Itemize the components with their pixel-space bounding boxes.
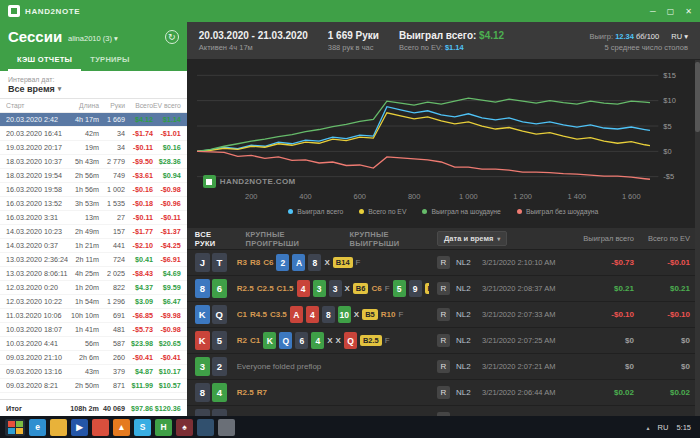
session-hands: 34 xyxy=(99,143,125,152)
session-row[interactable]: 13.03.2020 8:06:114h 25m2 025-$8.43$4.69 xyxy=(0,267,187,281)
session-row[interactable]: 12.03.2020 10:221h 54m1 296$3.09$6.47 xyxy=(0,295,187,309)
legend-label: Выиграл всего xyxy=(297,208,343,215)
column-header[interactable]: EV всего xyxy=(153,102,181,109)
legend-item: Выиграл без шоудауна xyxy=(517,208,599,215)
account-selector[interactable]: alina2010 (3) ▾ xyxy=(68,34,118,43)
settings-icon[interactable] xyxy=(218,419,235,436)
session-row[interactable]: 20.03.2020 2:424h 17m1 669$4.12$1.14 xyxy=(0,113,187,127)
session-row[interactable]: 16.03.2020 13:523h 53m1 535-$0.18-$0.96 xyxy=(0,197,187,211)
hand-row[interactable]: K5R2C1KQ64XXQB2.5FRNL23/21/2020 2:07:25 … xyxy=(187,328,700,354)
session-row[interactable]: 16.03.2020 19:581h 56m1 002-$0.16-$0.98 xyxy=(0,183,187,197)
replay-button[interactable]: R xyxy=(437,308,450,321)
session-length: 4h 25m xyxy=(68,269,99,278)
maximize-button[interactable]: ▢ xyxy=(667,7,675,16)
minimize-button[interactable]: ─ xyxy=(650,7,656,16)
column-header-ev-total[interactable]: Всего по EV xyxy=(634,234,690,243)
session-ev: $9.59 xyxy=(153,283,181,292)
replay-button[interactable]: R xyxy=(437,334,450,347)
session-row[interactable]: 13.03.2020 2:36:242h 11m724$0.41-$6.91 xyxy=(0,253,187,267)
sidebar-tab-tournaments[interactable]: ТУРНИРЫ xyxy=(81,51,139,71)
close-button[interactable]: ✕ xyxy=(685,7,692,16)
hand-won-amount: $0.21 xyxy=(578,284,634,293)
scrollbar-thumb[interactable] xyxy=(695,62,700,132)
session-row[interactable]: 14.03.2020 10:232h 49m157-$1.77-$1.37 xyxy=(0,225,187,239)
skype-icon[interactable]: S xyxy=(134,419,151,436)
hand-row[interactable]: 84R2.5R7RNL23/21/2020 2:06:44 AM$0.02$0.… xyxy=(187,380,700,406)
session-row[interactable]: 18.03.2020 19:542h 56m749-$3.61$0.94 xyxy=(0,169,187,183)
session-row[interactable]: 20.03.2020 16:4142m34-$1.74-$1.01 xyxy=(0,127,187,141)
hidden-icons-icon[interactable]: ▴ xyxy=(647,424,650,431)
column-header[interactable]: Руки xyxy=(99,102,125,109)
session-length: 1h 41m xyxy=(68,325,99,334)
replay-button[interactable]: R xyxy=(437,412,450,416)
session-detail-panel: 20.03.2020 - 21.03.2020 Активен 4ч 17м 1… xyxy=(187,22,700,416)
session-row[interactable]: 16.03.2020 3:3113m27-$0.11-$0.11 xyxy=(0,211,187,225)
hands-tab-1[interactable]: КРУПНЫЕ ПРОИГРЫШИ xyxy=(245,230,336,248)
vlc-icon[interactable]: ▲ xyxy=(113,419,130,436)
session-length: 2h 56m xyxy=(68,171,99,180)
language-tray-indicator[interactable]: RU xyxy=(658,423,669,432)
session-ev: -$0.98 xyxy=(153,325,181,334)
card-club: K xyxy=(263,332,276,349)
action-token: R2.5 xyxy=(237,284,254,293)
media-player-icon[interactable]: ▶ xyxy=(71,419,88,436)
refresh-icon[interactable]: ↻ xyxy=(165,30,179,44)
browser-icon[interactable] xyxy=(92,419,109,436)
action-line: Everyone folded preflop xyxy=(237,362,429,371)
session-start: 09.03.2020 8:21 xyxy=(6,381,68,390)
hand2note-icon[interactable]: H xyxy=(155,419,172,436)
hand-row[interactable]: T9R3RNL23/21/2020 2:06:24 AM-$0.02$0.02 xyxy=(187,406,700,416)
language-indicator[interactable]: RU ▾ xyxy=(671,32,688,41)
series-line-2 xyxy=(197,98,650,151)
winrate-label: Выигр: xyxy=(589,32,613,41)
internet-explorer-icon[interactable]: e xyxy=(29,419,46,436)
column-header[interactable]: Всего xyxy=(125,102,153,109)
session-hands: 379 xyxy=(99,367,125,376)
session-row[interactable]: 09.03.2020 21:102h 6m260-$0.41-$0.41 xyxy=(0,351,187,365)
hands-toolbar: ВСЕ РУКИКРУПНЫЕ ПРОИГРЫШИКРУПНЫЕ ВЫИГРЫШ… xyxy=(187,228,700,250)
x-axis-label: 400 xyxy=(299,192,311,201)
hand-row[interactable]: 32Everyone folded preflopRNL23/21/2020 2… xyxy=(187,354,700,380)
replay-button[interactable]: R xyxy=(437,282,450,295)
column-header[interactable]: Старт xyxy=(6,102,68,109)
vertical-scrollbar[interactable] xyxy=(695,60,700,416)
hand-row[interactable]: 86R2.5C2.5C1.5433XB6C6F59B15RNL23/21/202… xyxy=(187,276,700,302)
action-token: C3.5 xyxy=(270,310,287,319)
hand-row[interactable]: KQC1R4.5C3.5A4810XB5R10FRNL23/21/2020 2:… xyxy=(187,302,700,328)
replay-button[interactable]: R xyxy=(437,386,450,399)
session-row[interactable]: 09.03.2020 13:1643m379$4.87$10.17 xyxy=(0,365,187,379)
session-row[interactable]: 12.03.2020 0:201h 20m822$4.37$9.59 xyxy=(0,281,187,295)
session-row[interactable]: 10.03.2020 4:4156m587$23.98$20.65 xyxy=(0,337,187,351)
poker-client-icon[interactable]: ♠ xyxy=(176,419,193,436)
column-header-won-total[interactable]: Выиграл всего xyxy=(578,234,634,243)
hand-row[interactable]: JTR3R8C62A8XB14FRNL23/21/2020 2:10:10 AM… xyxy=(187,250,700,276)
card-diamond: 8 xyxy=(195,279,210,298)
session-row[interactable]: 11.03.2020 10:0610h 10m691-$6.85-$9.98 xyxy=(0,309,187,323)
hands-tab-0[interactable]: ВСЕ РУКИ xyxy=(195,230,233,248)
session-ev: -$0.96 xyxy=(153,199,181,208)
total-length: 108h 2m xyxy=(68,404,99,413)
column-header[interactable]: Длина xyxy=(68,102,99,109)
stake-label: NL2 xyxy=(456,388,482,397)
stake-label: NL2 xyxy=(456,336,482,345)
session-row[interactable]: 18.03.2020 10:375h 43m2 779-$9.50$28.36 xyxy=(0,155,187,169)
hands-tab-2[interactable]: КРУПНЫЕ ВЫИГРЫШИ xyxy=(349,230,437,248)
session-row[interactable]: 09.03.2020 8:212h 50m871$11.99$10.57 xyxy=(0,379,187,393)
system-tray: ▴RU5:15 xyxy=(647,423,695,432)
stake-label: NL2 xyxy=(456,284,482,293)
sort-column-button[interactable]: Дата и время ▾ xyxy=(437,231,507,246)
hand-ev-amount: $0.02 xyxy=(634,414,690,416)
replay-button[interactable]: R xyxy=(437,360,450,373)
session-length: 1h 21m xyxy=(68,241,99,250)
folder-icon[interactable] xyxy=(50,419,67,436)
session-row[interactable]: 14.03.2020 0:371h 21m441-$2.10-$4.25 xyxy=(0,239,187,253)
date-interval-filter[interactable]: Интервал дат: Все время ▾ xyxy=(0,71,187,99)
replay-button[interactable]: R xyxy=(437,256,450,269)
start-button[interactable] xyxy=(5,419,25,436)
steam-icon[interactable] xyxy=(197,419,214,436)
session-row[interactable]: 10.03.2020 18:071h 41m481-$5.73-$0.98 xyxy=(0,323,187,337)
session-row[interactable]: 19.03.2020 20:1719m34-$0.11$0.16 xyxy=(0,141,187,155)
session-length: 2h 6m xyxy=(68,353,99,362)
sidebar-tab-cash[interactable]: КЭШ ОТЧЕТЫ xyxy=(8,51,81,71)
total-hands: 40 069 xyxy=(99,404,125,413)
